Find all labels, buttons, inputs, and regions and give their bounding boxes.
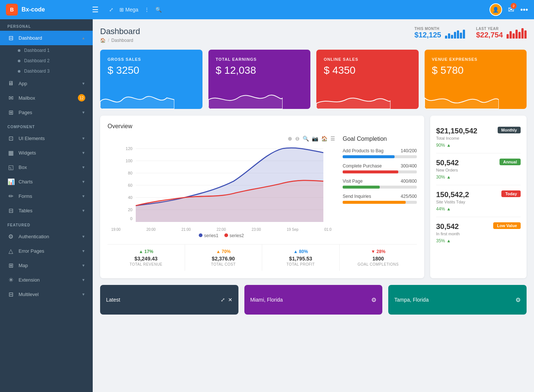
forms-label: Forms — [19, 193, 77, 199]
search-chart-icon[interactable]: 🔍 — [303, 136, 309, 142]
svg-text:40: 40 — [128, 195, 132, 200]
sidebar-item-dashboard[interactable]: ⊟ Dashboard ▲ — [0, 31, 93, 45]
site-visits-value: 150,542,2 — [436, 190, 469, 199]
bottom-stat-cost: ▲ 70% $2,376.90 TOTAL COST — [185, 245, 263, 271]
overview-chart-svg: 120 100 80 60 40 20 0 — [108, 144, 335, 226]
chevron-down-icon: ▼ — [82, 249, 85, 253]
multilevel-label: Multilevel — [19, 292, 77, 297]
sidebar-sub-dashboard3[interactable]: Dashboard 3 — [0, 66, 93, 76]
goal-name: Complete Purchase — [343, 163, 382, 169]
bar — [512, 33, 515, 39]
error-pages-label: Error Pages — [19, 248, 77, 254]
right-stat-info: 150,542,2 Site Vistits Tday — [436, 190, 469, 204]
pages-icon: ⊞ — [7, 109, 14, 116]
profit-percent: ▲ 80% — [268, 249, 333, 254]
mail-icon[interactable]: ✉ 2 — [508, 5, 514, 14]
ui-elements-icon: ⊡ — [7, 135, 14, 142]
brand-name: Bx-code — [22, 6, 45, 13]
sidebar-item-error-pages[interactable]: △ Error Pages ▼ — [0, 244, 93, 258]
arrow-up-icon: ▲ — [446, 143, 451, 148]
gear-icon[interactable]: ⚙ — [515, 296, 521, 303]
completions-amount: 1800 — [346, 256, 411, 262]
sidebar-item-app[interactable]: 🖥 App ▼ — [0, 76, 93, 90]
bottom-card-miami[interactable]: Miami, Florida ⚙ — [244, 285, 383, 315]
search-icon[interactable]: 🔍 — [155, 7, 162, 13]
goal-name: Visit Page — [343, 179, 363, 184]
goal-item-complete-purchase: Complete Purchase 300/400 — [343, 163, 417, 173]
dots-menu[interactable]: ••• — [520, 6, 528, 14]
sidebar-item-pages[interactable]: ⊞ Pages ▼ — [0, 105, 93, 120]
expand-icon[interactable]: ⤢ — [109, 7, 113, 13]
svg-text:60: 60 — [128, 183, 132, 187]
right-stat-site-visits: 150,542,2 Site Vistits Tday Today 44% ▲ — [436, 185, 521, 217]
sidebar-item-map[interactable]: ⊞ Map ▼ — [0, 258, 93, 273]
this-month-chart — [445, 27, 465, 39]
completions-percent: ▼ 28% — [346, 249, 411, 254]
goal-header: Send Inquiries 425/500 — [343, 194, 417, 199]
this-month-stat-text: THIS MONTH $12,125 — [414, 27, 441, 39]
sidebar-item-extension[interactable]: ✳ Extension ▼ — [0, 273, 93, 287]
goal-bar-fill — [343, 170, 398, 173]
bottom-card-tampa[interactable]: Tampa, Florida ⚙ — [388, 285, 527, 315]
axis-label: 19:00 — [111, 227, 121, 232]
home-chart-icon[interactable]: 🏠 — [321, 136, 327, 142]
more-icon[interactable]: ⋮ — [144, 7, 149, 13]
tables-icon: ⊟ — [7, 207, 14, 214]
axis-label: 23:00 — [252, 227, 261, 232]
goal-name: Add Products to Bag — [343, 148, 383, 153]
gear-icon[interactable]: ⚙ — [371, 296, 376, 303]
goal-numbers: 140/200 — [401, 148, 417, 153]
sidebar-item-charts[interactable]: 📊 Charts ▼ — [0, 175, 93, 189]
sidebar-sub-dashboard2[interactable]: Dashboard 2 — [0, 56, 93, 66]
right-stat-info: $21,150,542 Total Income — [436, 127, 477, 140]
arrow-up-icon: ▲ — [446, 238, 451, 243]
avatar[interactable]: 👤 — [490, 3, 502, 16]
extension-label: Extension — [19, 277, 77, 283]
profit-label: TOTAL PROFIT — [268, 262, 333, 266]
new-orders-value: 50,542 — [436, 159, 459, 167]
authentication-label: Authentication — [19, 234, 77, 239]
mega-menu[interactable]: ⊞ Mega — [119, 7, 138, 13]
bottom-card-latest[interactable]: Latest ⤢ ✕ — [100, 285, 238, 315]
goal-name: Send Inquiries — [343, 194, 371, 199]
chevron-down-icon: ▼ — [82, 151, 85, 155]
wave-svg-purple — [208, 87, 283, 109]
sidebar-item-forms[interactable]: ✏ Forms ▼ — [0, 189, 93, 203]
sidebar-item-authentication[interactable]: ⚙ Authentication ▼ — [0, 229, 93, 244]
hamburger-icon[interactable]: ☰ — [92, 5, 99, 14]
sidebar-item-tables[interactable]: ⊟ Tables ▼ — [0, 203, 93, 218]
chart-container: ⊕ ⊖ 🔍 📷 🏠 ☰ — [108, 136, 335, 238]
monthly-badge: Monthly — [498, 127, 521, 133]
sidebar-item-box[interactable]: ◱ Box ▼ — [0, 160, 93, 175]
zoom-in-icon[interactable]: ⊕ — [288, 136, 292, 142]
first-month-percent: 35% ▲ — [436, 238, 521, 243]
menu-chart-icon[interactable]: ☰ — [330, 136, 335, 142]
card-actions: ⤢ ✕ — [221, 297, 233, 303]
goal-item-add-products: Add Products to Bag 140/200 — [343, 148, 417, 158]
cost-amount: $2,376.90 — [191, 256, 256, 262]
close-icon[interactable]: ✕ — [228, 297, 233, 303]
breadcrumb-home-icon[interactable]: 🏠 — [100, 38, 106, 43]
middle-section: Overview ⊕ ⊖ 🔍 📷 🏠 ☰ — [100, 116, 527, 278]
sidebar-sub-dashboard1[interactable]: Dashboard 1 — [0, 45, 93, 56]
latest-label: Latest — [106, 297, 120, 303]
revenue-percent: ▲ 17% — [113, 249, 179, 254]
right-stat-top: 50,542 New Orders Annual — [436, 159, 521, 172]
expand-icon[interactable]: ⤢ — [221, 297, 225, 303]
revenue-amount: $3,249.43 — [113, 256, 179, 262]
goal-bar-track — [343, 170, 417, 173]
bar — [507, 34, 509, 39]
right-stat-info: 30,542 In first month — [436, 222, 460, 236]
top-header: B Bx-code ☰ ⤢ ⊞ Mega ⋮ 🔍 👤 ✉ 2 ••• — [0, 0, 534, 19]
chart-toolbar: ⊕ ⊖ 🔍 📷 🏠 ☰ — [108, 136, 335, 142]
sidebar-item-multilevel[interactable]: ⊟ Multilevel ▼ — [0, 287, 93, 302]
camera-icon[interactable]: 📷 — [312, 136, 318, 142]
sidebar-item-widgets[interactable]: ▦ Widgets ▼ — [0, 146, 93, 160]
sidebar-item-mailbox[interactable]: ✉ Mailbox 12 — [0, 90, 93, 105]
right-stat-first-month: 30,542 In first month Low Value 35% ▲ — [436, 217, 521, 249]
header-right: 👤 ✉ 2 ••• — [490, 3, 528, 16]
sidebar-item-ui-elements[interactable]: ⊡ UI Elements ▼ — [0, 131, 93, 146]
dashboard-label: Dashboard — [19, 35, 77, 41]
last-year-chart — [507, 27, 527, 39]
zoom-out-icon[interactable]: ⊖ — [295, 136, 300, 142]
